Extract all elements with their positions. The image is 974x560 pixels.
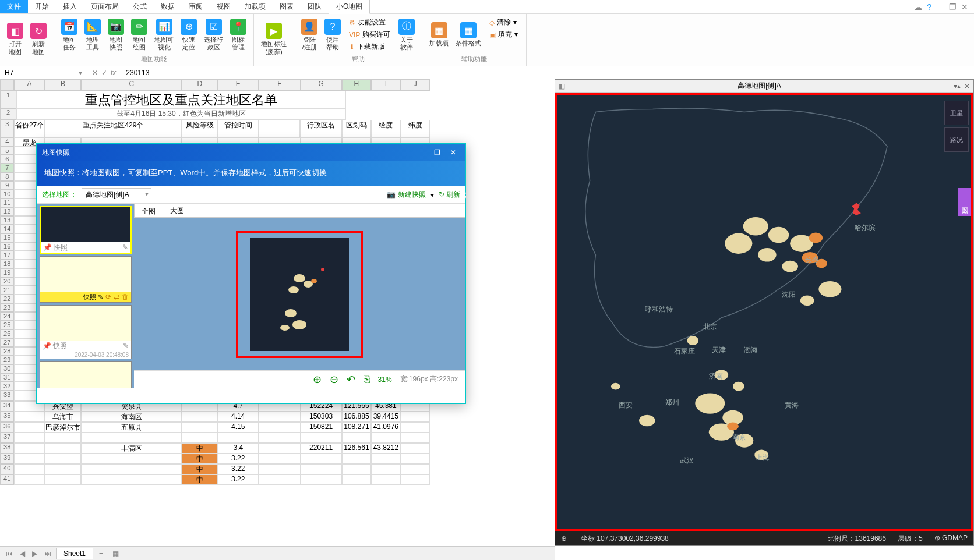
cell[interactable] bbox=[401, 412, 430, 422]
cell[interactable] bbox=[401, 464, 430, 474]
cancel-icon[interactable]: ✕ bbox=[92, 69, 98, 77]
cell[interactable] bbox=[14, 412, 44, 422]
cell[interactable] bbox=[81, 474, 182, 485]
cell[interactable] bbox=[14, 464, 44, 474]
cell[interactable] bbox=[182, 422, 217, 433]
menu-tab[interactable]: 加载项 bbox=[238, 0, 273, 13]
cell[interactable] bbox=[45, 443, 82, 453]
row-header[interactable]: 40 bbox=[0, 464, 14, 474]
cell[interactable] bbox=[342, 474, 371, 485]
row-header[interactable]: 37 bbox=[0, 433, 14, 443]
ribbon-btn[interactable]: 📐地理 工具 bbox=[81, 16, 104, 54]
cell[interactable]: 乌海市 bbox=[45, 412, 82, 422]
cell[interactable] bbox=[259, 433, 300, 443]
help-icon[interactable]: ? bbox=[927, 2, 931, 12]
sheet-nav-last[interactable]: ⏭ bbox=[42, 550, 54, 558]
row-header[interactable]: 9 bbox=[0, 181, 14, 190]
row-header[interactable]: 14 bbox=[0, 225, 14, 233]
map-viewport[interactable]: 哈尔滨长春沈阳呼和浩特北京天津石家庄渤海济南西安郑州黄海南京武汉上海 卫星 路况… bbox=[555, 93, 973, 531]
cell[interactable] bbox=[371, 474, 400, 485]
cell[interactable] bbox=[259, 443, 300, 453]
ribbon-small-btn[interactable]: ⬇下载新版 bbox=[344, 41, 395, 53]
title-cell[interactable]: 重点管控地区及重点关注地区名单 bbox=[16, 91, 346, 108]
row-header[interactable]: 30 bbox=[0, 364, 14, 373]
select-all-corner[interactable] bbox=[0, 79, 14, 91]
cell[interactable]: 风险等级 bbox=[182, 120, 217, 137]
cell[interactable] bbox=[182, 412, 217, 422]
fx-icon[interactable]: fx bbox=[111, 69, 116, 77]
col-header[interactable]: J bbox=[401, 79, 430, 91]
minimize-icon[interactable]: — bbox=[936, 2, 944, 12]
snapshot-close-icon[interactable]: ✕ bbox=[446, 148, 460, 157]
row-header[interactable]: 10 bbox=[0, 190, 14, 199]
cell[interactable] bbox=[301, 464, 342, 474]
cell[interactable] bbox=[342, 464, 371, 474]
col-header[interactable]: I bbox=[371, 79, 400, 91]
cell[interactable] bbox=[259, 464, 300, 474]
cell[interactable]: 43.8212 bbox=[371, 443, 400, 453]
cell[interactable]: 220211 bbox=[301, 443, 342, 453]
ribbon-btn[interactable]: ↻刷新 地图 bbox=[27, 16, 50, 62]
cell[interactable]: 150821 bbox=[301, 422, 342, 433]
cloud-icon[interactable]: ☁ bbox=[914, 2, 922, 12]
cell[interactable] bbox=[259, 120, 300, 137]
cell[interactable] bbox=[14, 443, 44, 453]
menu-tab[interactable]: 插入 bbox=[56, 0, 84, 13]
zoom-out-icon[interactable]: ⊖ bbox=[330, 373, 338, 386]
menu-tab[interactable]: 公式 bbox=[126, 0, 154, 13]
collapse-icon[interactable]: ✕ bbox=[961, 2, 968, 12]
cell[interactable] bbox=[301, 474, 342, 485]
cell[interactable] bbox=[371, 433, 400, 443]
col-header[interactable]: D bbox=[182, 79, 217, 91]
cell[interactable]: 管控时间 bbox=[217, 120, 259, 137]
row-header[interactable]: 25 bbox=[0, 321, 14, 329]
col-header[interactable]: G bbox=[301, 79, 342, 91]
row-header[interactable]: 18 bbox=[0, 260, 14, 268]
cell[interactable] bbox=[81, 433, 182, 443]
row-header[interactable]: 20 bbox=[0, 277, 14, 286]
menu-tab[interactable]: 团队 bbox=[301, 0, 329, 13]
row-header[interactable]: 8 bbox=[0, 172, 14, 181]
cell[interactable] bbox=[342, 453, 371, 464]
sheet-list-btn[interactable]: ▦ bbox=[109, 550, 122, 558]
snapshot-thumb[interactable]: 📌 快照✎ bbox=[40, 206, 132, 254]
ribbon-small-btn[interactable]: ◇清除 ▾ bbox=[485, 16, 522, 29]
cell[interactable] bbox=[259, 412, 300, 422]
ribbon-small-btn[interactable]: ⚙功能设置 bbox=[344, 16, 395, 29]
cell[interactable] bbox=[14, 422, 44, 433]
map-region-tag[interactable]: 区划 bbox=[958, 188, 971, 216]
cell[interactable]: 108.271 bbox=[342, 422, 371, 433]
cell[interactable] bbox=[45, 464, 82, 474]
menu-tab[interactable]: 页面布局 bbox=[84, 0, 126, 13]
row-header[interactable]: 41 bbox=[0, 474, 14, 485]
row-header[interactable]: 11 bbox=[0, 199, 14, 207]
cell[interactable]: 中 bbox=[182, 453, 217, 464]
snapshot-min-icon[interactable]: — bbox=[414, 148, 428, 157]
snapshot-thumb[interactable]: 📌 ✎ bbox=[40, 361, 132, 388]
cell[interactable]: 3.22 bbox=[217, 464, 259, 474]
snapshot-titlebar[interactable]: 地图快照 — ❐ ✕ bbox=[37, 144, 465, 161]
row-header[interactable]: 29 bbox=[0, 356, 14, 364]
row-header[interactable]: 16 bbox=[0, 242, 14, 251]
cell[interactable] bbox=[81, 453, 182, 464]
subtitle-cell[interactable]: 截至4月16日 15:30，红色为当日新增地区 bbox=[16, 108, 346, 120]
row-header[interactable]: 23 bbox=[0, 303, 14, 312]
col-header[interactable]: A bbox=[14, 79, 44, 91]
sheet-nav-next[interactable]: ▶ bbox=[30, 550, 40, 558]
cell[interactable] bbox=[401, 443, 430, 453]
row-header[interactable]: 5 bbox=[0, 146, 14, 155]
row-header[interactable]: 19 bbox=[0, 268, 14, 277]
snapshot-thumbnail-list[interactable]: 📌 快照✎快照 ✎⟳⇄🗑📌 快照✎2022-04-03 20:48:08📌 ✎ bbox=[37, 204, 134, 388]
cell[interactable]: 150303 bbox=[301, 412, 342, 422]
ribbon-btn[interactable]: ▦加载项 bbox=[426, 16, 452, 54]
cell[interactable]: 39.4415 bbox=[371, 412, 400, 422]
cell[interactable] bbox=[81, 464, 182, 474]
ribbon-btn[interactable]: ▶地图标注 (废弃) bbox=[257, 16, 290, 62]
map-satellite-btn[interactable]: 卫星 bbox=[944, 101, 969, 125]
cell[interactable]: 巴彦淖尔市 bbox=[45, 422, 82, 433]
snapshot-tab-large[interactable]: 大图 bbox=[163, 204, 191, 217]
ribbon-btn[interactable]: 👤登陆 /注册 bbox=[298, 16, 321, 54]
cell[interactable]: 行政区名 bbox=[300, 120, 341, 137]
ribbon-btn[interactable]: ☑选择行 政区 bbox=[200, 16, 227, 54]
row-header[interactable]: 6 bbox=[0, 155, 14, 164]
